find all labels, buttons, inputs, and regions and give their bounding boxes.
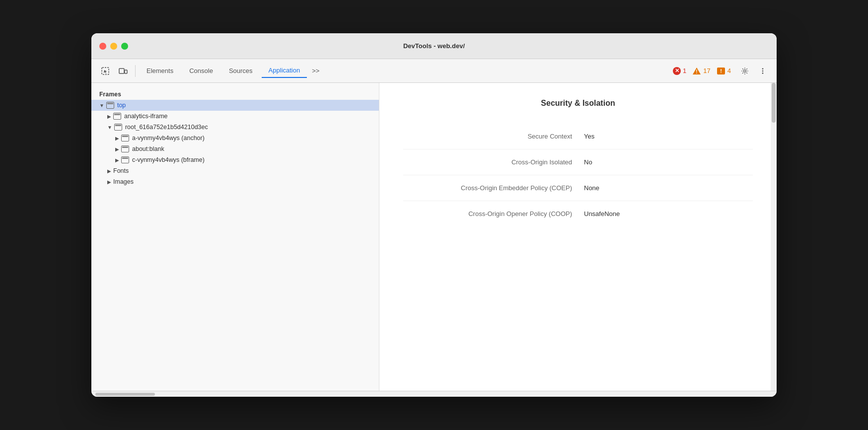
devtools-window: DevTools - web.dev/ Elements Console Sou…: [91, 33, 777, 397]
error-count: 1: [683, 67, 686, 74]
arrow-anchor: ▶: [115, 136, 119, 141]
tab-elements[interactable]: Elements: [140, 64, 180, 77]
property-row-secure-context: Secure Context Yes: [403, 124, 753, 149]
frame-icon-top: [106, 102, 114, 109]
frame-icon-analytics: [113, 113, 121, 120]
value-coop: UnsafeNone: [584, 210, 753, 217]
svg-point-7: [744, 70, 746, 72]
error-icon: ✕: [673, 67, 681, 75]
frame-icon-root: [114, 124, 122, 131]
bottom-bar: [91, 391, 777, 397]
toolbar: Elements Console Sources Application >> …: [91, 59, 777, 83]
warning-count: 17: [703, 67, 710, 74]
sidebar-item-fonts[interactable]: ▶ Fonts: [91, 165, 379, 176]
tab-sources[interactable]: Sources: [222, 64, 260, 77]
label-analytics: analytics-iframe: [124, 113, 168, 120]
sidebar-item-analytics-iframe[interactable]: ▶ analytics-iframe: [91, 111, 379, 122]
label-fonts: Fonts: [113, 167, 129, 174]
title-bar: DevTools - web.dev/: [91, 33, 777, 59]
maximize-button[interactable]: [121, 43, 128, 50]
cursor-icon-button[interactable]: [97, 63, 113, 79]
svg-text:!: !: [720, 68, 722, 74]
svg-point-9: [762, 70, 764, 72]
settings-button[interactable]: [737, 63, 753, 79]
error-badge[interactable]: ✕ 1: [673, 67, 686, 75]
label-bframe: c-vynmy4vb4wys (bframe): [132, 156, 205, 163]
sidebar: Frames ▼ top ▶ analytics-iframe ▼ root_: [91, 83, 379, 391]
svg-point-10: [762, 72, 764, 74]
frame-icon-bframe: [121, 156, 129, 163]
label-coep: Cross-Origin Embedder Policy (COEP): [403, 184, 584, 192]
arrow-analytics: ▶: [107, 114, 111, 119]
property-row-coop: Cross-Origin Opener Policy (COOP) Unsafe…: [403, 201, 753, 226]
tab-application[interactable]: Application: [262, 64, 307, 78]
label-cross-origin-isolated: Cross-Origin Isolated: [403, 158, 584, 166]
svg-point-8: [762, 68, 764, 70]
content-panel: Security & Isolation Secure Context Yes …: [379, 83, 777, 391]
frame-icon-about: [121, 145, 129, 152]
label-root: root_616a752e1b5d4210d3ec: [125, 124, 208, 131]
label-about: about:blank: [132, 145, 164, 152]
sidebar-item-bframe[interactable]: ▶ c-vynmy4vb4wys (bframe): [91, 154, 379, 165]
info-icon: !: [717, 67, 725, 75]
label-images: Images: [113, 178, 134, 185]
label-anchor: a-vynmy4vb4wys (anchor): [132, 135, 205, 142]
minimize-button[interactable]: [110, 43, 117, 50]
arrow-bframe: ▶: [115, 157, 119, 163]
arrow-root: ▼: [107, 125, 112, 130]
arrow-top: ▼: [99, 103, 104, 108]
info-badge[interactable]: ! 4: [717, 67, 731, 75]
device-icon-button[interactable]: [115, 63, 131, 79]
arrow-images: ▶: [107, 179, 111, 185]
sidebar-item-images[interactable]: ▶ Images: [91, 176, 379, 187]
label-coop: Cross-Origin Opener Policy (COOP): [403, 210, 584, 217]
tab-console[interactable]: Console: [182, 64, 220, 77]
sidebar-item-root[interactable]: ▼ root_616a752e1b5d4210d3ec: [91, 122, 379, 133]
svg-rect-1: [119, 69, 124, 73]
property-table: Secure Context Yes Cross-Origin Isolated…: [403, 124, 753, 226]
warning-triangle-icon: !: [692, 67, 701, 75]
label-top: top: [117, 102, 126, 109]
toolbar-divider: [135, 65, 136, 77]
sidebar-section-title: Frames: [91, 87, 379, 100]
frame-icon-anchor: [121, 135, 129, 142]
sidebar-item-anchor[interactable]: ▶ a-vynmy4vb4wys (anchor): [91, 133, 379, 143]
label-secure-context: Secure Context: [403, 133, 584, 140]
property-row-cross-origin-isolated: Cross-Origin Isolated No: [403, 149, 753, 175]
arrow-about: ▶: [115, 146, 119, 152]
scrollbar-track: [771, 83, 777, 391]
property-row-coep: Cross-Origin Embedder Policy (COEP) None: [403, 175, 753, 201]
more-tabs-button[interactable]: >>: [309, 64, 322, 77]
horizontal-scrollbar[interactable]: [95, 393, 155, 396]
svg-rect-2: [125, 70, 127, 73]
close-button[interactable]: [99, 43, 106, 50]
sidebar-item-about-blank[interactable]: ▶ about:blank: [91, 143, 379, 154]
arrow-fonts: ▶: [107, 168, 111, 174]
menu-button[interactable]: [755, 63, 771, 79]
scrollbar-thumb[interactable]: [772, 83, 776, 123]
value-secure-context: Yes: [584, 133, 753, 140]
info-count: 4: [727, 67, 731, 74]
svg-text:!: !: [696, 69, 698, 74]
content-title: Security & Isolation: [403, 99, 753, 108]
traffic-lights: [99, 43, 128, 50]
value-cross-origin-isolated: No: [584, 158, 753, 166]
main-content: Frames ▼ top ▶ analytics-iframe ▼ root_: [91, 83, 777, 391]
warning-badge[interactable]: ! 17: [692, 67, 710, 75]
sidebar-item-top[interactable]: ▼ top: [91, 100, 379, 111]
window-title: DevTools - web.dev/: [403, 42, 465, 50]
value-coep: None: [584, 184, 753, 192]
